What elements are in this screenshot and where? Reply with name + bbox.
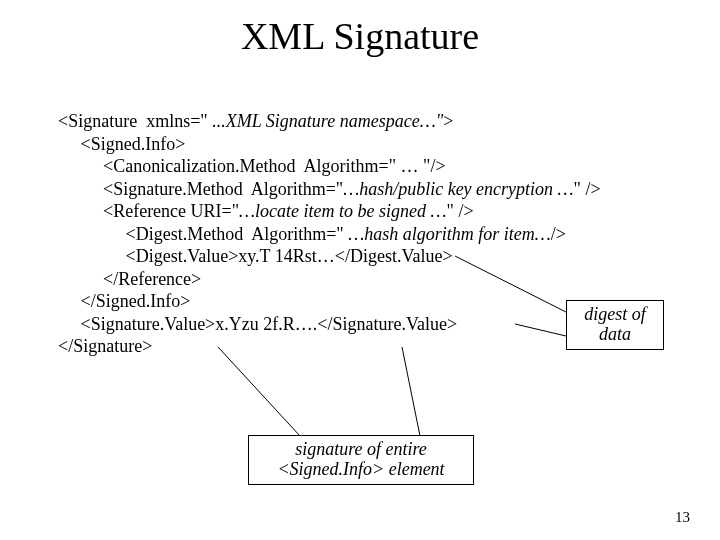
- code-line-6: <Digest.Method Algorithm=" …hash algorit…: [58, 224, 566, 244]
- code-line-11: </Signature>: [58, 336, 152, 356]
- code-line-4: <Signature.Method Algorithm="…hash/publi…: [58, 179, 601, 199]
- svg-line-2: [218, 347, 300, 436]
- xml-code-block: <Signature xmlns=" ...XML Signature name…: [58, 110, 601, 358]
- code-line-10: <Signature.Value>x.Yzu 2f.R….</Signature…: [58, 314, 457, 334]
- code-line-5: <Reference URI="…locate item to be signe…: [58, 201, 474, 221]
- code-line-9: </Signed.Info>: [58, 291, 190, 311]
- code-line-7: <Digest.Value>xy.T 14Rst…</Digest.Value>: [58, 246, 453, 266]
- code-line-2: <Signed.Info>: [58, 134, 185, 154]
- code-line-8: </Reference>: [58, 269, 201, 289]
- code-line-3: <Canonicalization.Method Algorithm=" … "…: [58, 156, 446, 176]
- slide-title: XML Signature: [0, 14, 720, 58]
- svg-line-3: [402, 347, 420, 436]
- page-number: 13: [675, 509, 690, 526]
- code-line-1: <Signature xmlns=" ...XML Signature name…: [58, 111, 453, 131]
- callout-signature-of-signedinfo: signature of entire <Signed.Info> elemen…: [248, 435, 474, 485]
- callout2-line1: signature of entire: [295, 440, 427, 460]
- callout-digest-of-data: digest of data: [566, 300, 664, 350]
- callout2-line2: <Signed.Info> element: [277, 460, 444, 480]
